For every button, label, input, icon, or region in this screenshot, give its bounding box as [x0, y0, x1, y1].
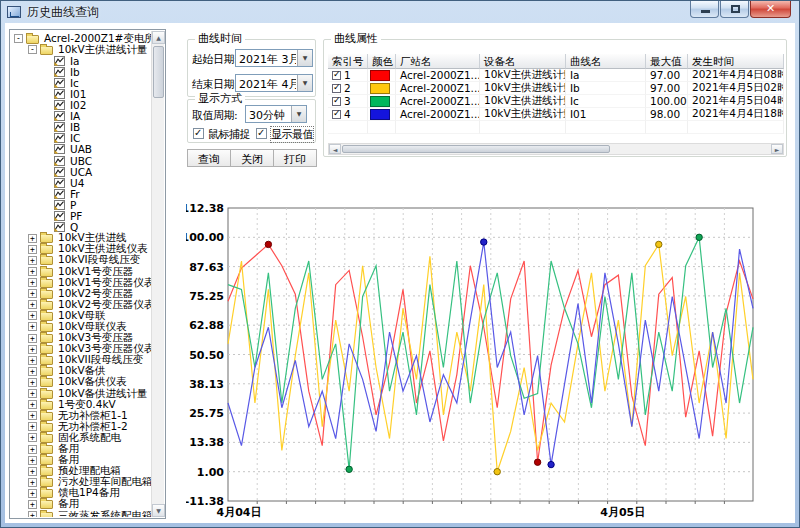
hscrollbar-thumb[interactable] — [342, 145, 610, 153]
tree-item[interactable]: I01 — [11, 88, 151, 99]
expand-icon[interactable]: + — [28, 311, 37, 320]
tree-item[interactable]: Ic — [11, 77, 151, 88]
expand-icon[interactable]: + — [28, 511, 37, 517]
tree-item[interactable]: Fr — [11, 188, 151, 199]
mouse-capture-checkbox[interactable] — [193, 128, 204, 139]
end-date-select[interactable]: 2021年 4月14 ▼ — [235, 74, 313, 92]
expand-icon[interactable]: + — [28, 489, 37, 498]
table-row[interactable]: 4Acrel-2000Z1...10kV主供进线计量I0198.002021年4… — [328, 108, 784, 121]
collapse-icon[interactable]: - — [14, 34, 23, 43]
close-window-button[interactable]: ✕ — [750, 1, 791, 18]
expand-icon[interactable]: + — [28, 467, 37, 476]
folder-icon — [40, 312, 53, 321]
row-checkbox[interactable] — [332, 97, 341, 106]
minimize-button[interactable] — [690, 1, 719, 18]
tree-item[interactable]: IA — [11, 111, 151, 122]
expand-icon[interactable]: + — [28, 267, 37, 276]
maximize-button[interactable] — [720, 1, 749, 18]
scroll-up-button[interactable]: ▲ — [152, 31, 165, 44]
row-device-cell: 10kV主供进线计量 — [480, 69, 566, 82]
row-index-cell: 4 — [328, 108, 368, 121]
tree-item[interactable]: +备用 — [11, 443, 151, 454]
tree-item[interactable]: PF — [11, 211, 151, 222]
expand-icon[interactable]: + — [28, 422, 37, 431]
tree-item[interactable]: IB — [11, 122, 151, 133]
expand-icon[interactable]: + — [28, 256, 37, 265]
svg-text:62.88: 62.88 — [189, 319, 224, 332]
expand-icon[interactable]: + — [28, 445, 37, 454]
row-index-cell: 3 — [328, 95, 368, 108]
period-dropdown-icon[interactable]: ▼ — [291, 106, 306, 122]
scroll-left-button[interactable]: ◄ — [329, 144, 341, 154]
expand-icon[interactable]: + — [28, 278, 37, 287]
query-button[interactable]: 查询 — [187, 149, 231, 167]
row-checkbox[interactable] — [332, 84, 341, 93]
tree-scrollbar[interactable]: ▲ ▼ — [151, 31, 164, 517]
expand-icon[interactable]: + — [28, 500, 37, 509]
column-header[interactable]: 设备名 — [480, 54, 566, 69]
row-max-cell: 97.00 — [646, 69, 688, 82]
tree-item[interactable]: Ib — [11, 66, 151, 77]
expand-icon[interactable]: + — [28, 433, 37, 442]
show-extreme-checkbox[interactable] — [256, 128, 267, 139]
tree-item[interactable]: UCA — [11, 166, 151, 177]
expand-icon[interactable]: + — [28, 322, 37, 331]
row-curve-cell: I01 — [566, 108, 646, 121]
tree-item[interactable]: U4 — [11, 177, 151, 188]
tree-item[interactable]: +三效蒸发系统配电箱 — [11, 510, 151, 517]
curve-chart[interactable]: 112.38100.0087.6375.2562.8850.5038.1325.… — [186, 179, 800, 519]
expand-icon[interactable]: + — [28, 234, 37, 243]
tree-item[interactable]: Ia — [11, 55, 151, 66]
expand-icon[interactable]: + — [28, 334, 37, 343]
tree-item[interactable]: +固化系统配电 — [11, 432, 151, 443]
close-button[interactable]: 关闭 — [230, 149, 274, 167]
table-row[interactable]: 1Acrel-2000Z1...10kV主供进线计量Ia97.002021年4月… — [328, 69, 784, 82]
row-device-cell: 10kV主供进线计量 — [480, 95, 566, 108]
scrollbar-thumb[interactable] — [153, 46, 164, 98]
table-row[interactable]: 3Acrel-2000Z1...10kV主供进线计量Ic100.002021年4… — [328, 95, 784, 108]
scroll-right-button[interactable]: ► — [771, 144, 783, 154]
tree-item[interactable]: P — [11, 199, 151, 210]
scroll-down-button[interactable]: ▼ — [152, 504, 165, 517]
end-date-dropdown-icon[interactable]: ▼ — [297, 75, 312, 91]
column-header[interactable]: 颜色 — [368, 54, 396, 69]
row-checkbox[interactable] — [332, 110, 341, 119]
column-header[interactable]: 曲线名 — [566, 54, 646, 69]
column-header[interactable]: 发生时间 — [688, 54, 784, 69]
tree-item[interactable]: I02 — [11, 100, 151, 111]
expand-icon[interactable]: + — [28, 378, 37, 387]
row-checkbox[interactable] — [332, 71, 341, 80]
empty-cell — [328, 121, 368, 134]
column-header[interactable]: 厂站名 — [396, 54, 480, 69]
column-header[interactable]: 最大值 — [646, 54, 688, 69]
expand-icon[interactable]: + — [28, 289, 37, 298]
svg-text:112.38: 112.38 — [186, 202, 224, 215]
column-header[interactable]: 索引号 — [328, 54, 368, 69]
table-row[interactable]: 2Acrel-2000Z1...10kV主供进线计量Ib97.002021年4月… — [328, 82, 784, 95]
expand-icon[interactable]: + — [28, 389, 37, 398]
curve-time-group: 曲线时间 起始日期: 2021年 3月30 ▼ 结束日期: 2021年 4月14… — [187, 39, 316, 97]
tree-item[interactable]: UBC — [11, 155, 151, 166]
expand-icon[interactable]: + — [28, 367, 37, 376]
collapse-icon[interactable]: - — [28, 45, 37, 54]
tree-item[interactable]: -10kV主供进线计量 — [11, 44, 151, 55]
table-horizontal-scrollbar[interactable]: ◄ ► — [328, 143, 784, 155]
expand-icon[interactable]: + — [28, 478, 37, 487]
mouse-capture-label: 鼠标捕捉 — [208, 127, 250, 142]
expand-icon[interactable]: + — [28, 356, 37, 365]
expand-icon[interactable]: + — [28, 345, 37, 354]
tree-item[interactable]: UAB — [11, 144, 151, 155]
expand-icon[interactable]: + — [28, 300, 37, 309]
start-date-select[interactable]: 2021年 3月30 ▼ — [235, 49, 313, 67]
tree-item[interactable]: +馈电1P4备用 — [11, 488, 151, 499]
expand-icon[interactable]: + — [28, 456, 37, 465]
start-date-dropdown-icon[interactable]: ▼ — [297, 50, 312, 66]
expand-icon[interactable]: + — [28, 245, 37, 254]
curve-icon — [54, 111, 65, 121]
folder-icon — [26, 35, 39, 44]
expand-icon[interactable]: + — [28, 400, 37, 409]
tree-item[interactable]: IC — [11, 133, 151, 144]
period-select[interactable]: 30分钟 ▼ — [245, 105, 307, 123]
print-button[interactable]: 打印 — [273, 149, 317, 167]
expand-icon[interactable]: + — [28, 411, 37, 420]
